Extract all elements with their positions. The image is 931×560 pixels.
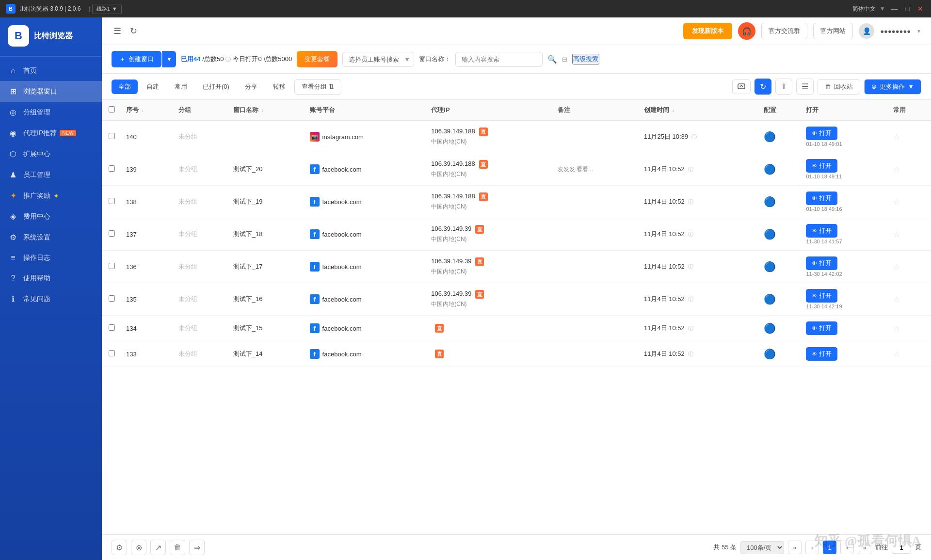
fingerprint-icon[interactable]: 🔵 [764, 164, 776, 175]
prev-page-button[interactable]: ‹ [805, 541, 819, 554]
favorite-button[interactable]: ☆ [893, 132, 900, 142]
sidebar-item-staff[interactable]: ♟ 员工管理 [0, 164, 102, 185]
favorite-button[interactable]: ☆ [893, 230, 900, 239]
created-date: 11月4日 10:52 [644, 295, 685, 303]
search-button[interactable]: 🔍 [547, 55, 557, 64]
user-dropdown-arrow[interactable]: ▼ [916, 29, 921, 34]
tab-transfer[interactable]: 转移 [266, 80, 292, 94]
settings-icon: ⚙ [8, 233, 18, 242]
row-checkbox[interactable] [109, 198, 115, 204]
open-window-button[interactable]: 👁打开 [806, 127, 837, 140]
menu-icon-btn[interactable]: ☰ [112, 24, 123, 38]
refresh-icon-btn[interactable]: ↻ [128, 24, 139, 38]
row-checkbox[interactable] [109, 133, 115, 139]
discover-version-button[interactable]: 发现新版本 [683, 23, 732, 39]
batch-export-button[interactable]: ↗ [150, 540, 166, 555]
tab-shared[interactable]: 分享 [238, 80, 264, 94]
advanced-search-button[interactable]: 高级搜索 [572, 54, 599, 64]
favorite-button[interactable]: ☆ [893, 165, 900, 174]
sidebar-item-faq[interactable]: ℹ 常见问题 [0, 288, 102, 309]
created-sort-icon[interactable]: ↓ [672, 108, 674, 113]
sidebar: B 比特浏览器 ⌂ 首页 ⊞ 浏览器窗口 ◎ 分组管理 ◉ 代理IP推荐 NEW [0, 17, 102, 560]
sidebar-item-billing[interactable]: ◈ 费用中心 [0, 206, 102, 227]
recycle-bin-button[interactable]: 🗑 回收站 [818, 79, 860, 95]
row-common: ☆ [888, 186, 931, 218]
row-checkbox[interactable] [109, 165, 115, 172]
row-id: 135 [121, 283, 174, 316]
open-window-button[interactable]: 👁打开 [806, 289, 837, 303]
website-button[interactable]: 官方网站 [813, 23, 853, 39]
row-checkbox[interactable] [109, 230, 115, 237]
tab-all[interactable]: 全部 [112, 80, 138, 94]
open-window-button[interactable]: 👁打开 [806, 159, 837, 173]
goto-page-input[interactable] [892, 542, 911, 554]
open-window-button[interactable]: 👁打开 [806, 256, 837, 270]
sidebar-item-browser-windows[interactable]: ⊞ 浏览器窗口 [0, 81, 102, 102]
first-page-button[interactable]: « [788, 541, 802, 554]
open-window-button[interactable]: 👁打开 [806, 347, 837, 361]
page-size-select[interactable]: 100条/页 10条/页 20条/页 50条/页 [740, 541, 784, 554]
sidebar-item-help[interactable]: ? 使用帮助 [0, 268, 102, 288]
view-group-button[interactable]: 查看分组 ⇅ [294, 79, 341, 95]
favorite-button[interactable]: ☆ [893, 197, 900, 207]
page-1-button[interactable]: 1 [823, 541, 836, 554]
batch-settings-button[interactable]: ⚙ [112, 540, 127, 555]
minimize-button[interactable]: — [889, 5, 900, 13]
favorite-button[interactable]: ☆ [893, 295, 900, 304]
fingerprint-icon[interactable]: 🔵 [764, 196, 776, 207]
sidebar-item-extensions[interactable]: ⬡ 扩展中心 [0, 144, 102, 164]
favorite-button[interactable]: ☆ [893, 262, 900, 272]
sidebar-item-group-management[interactable]: ◎ 分组管理 [0, 102, 102, 123]
tab-opened[interactable]: 已打开(0) [196, 80, 236, 94]
batch-close-button[interactable]: ⊗ [131, 540, 146, 555]
upgrade-plan-button[interactable]: 变更套餐 [297, 51, 337, 67]
open-window-button[interactable]: 👁打开 [806, 224, 837, 238]
open-window-button[interactable]: 👁打开 [806, 321, 837, 335]
more-operations-button[interactable]: ⊚ 更多操作 ▼ [864, 79, 921, 95]
employee-select[interactable]: 选择员工账号搜索 [342, 52, 414, 67]
row-checkbox[interactable] [109, 350, 115, 356]
list-view-button[interactable]: ☰ [796, 79, 814, 95]
fingerprint-icon[interactable]: 🔵 [764, 261, 776, 272]
fingerprint-icon[interactable]: 🔵 [764, 349, 776, 359]
next-page-button[interactable]: › [840, 541, 854, 554]
fingerprint-icon[interactable]: 🔵 [764, 294, 776, 304]
window-search-input[interactable] [455, 52, 543, 67]
tab-common[interactable]: 常用 [168, 80, 194, 94]
refresh-button[interactable]: ↻ [754, 79, 771, 95]
fingerprint-icon[interactable]: 🔵 [764, 131, 776, 142]
created-info-icon: ⓘ [687, 199, 693, 205]
batch-delete-button[interactable]: 🗑 [170, 540, 185, 555]
batch-open-button[interactable] [732, 80, 751, 94]
favorite-button[interactable]: ☆ [893, 324, 900, 333]
language-selector[interactable]: 简体中文 [852, 5, 876, 13]
line-selector[interactable]: 线路1 ▼ [92, 4, 122, 14]
row-checkbox[interactable] [109, 263, 115, 269]
favorite-button[interactable]: ☆ [893, 350, 900, 359]
create-window-dropdown[interactable]: ▼ [162, 51, 176, 67]
fingerprint-icon[interactable]: 🔵 [764, 229, 776, 240]
create-window-button[interactable]: ＋ 创建窗口 [112, 51, 161, 67]
row-checkbox[interactable] [109, 295, 115, 302]
eye-icon: 👁 [812, 130, 817, 136]
sidebar-item-promotion[interactable]: ✦ 推广奖励 ✦ [0, 185, 102, 206]
sidebar-item-home[interactable]: ⌂ 首页 [0, 61, 102, 81]
select-all-checkbox[interactable] [109, 106, 115, 112]
last-page-button[interactable]: » [858, 541, 871, 554]
sidebar-item-settings[interactable]: ⚙ 系统设置 [0, 227, 102, 248]
id-sort-icon[interactable]: ↓ [142, 108, 144, 113]
sidebar-item-logs[interactable]: ≡ 操作日志 [0, 248, 102, 268]
fingerprint-icon[interactable]: 🔵 [764, 323, 776, 334]
headphone-button[interactable]: 🎧 [738, 22, 755, 40]
platform-name: facebook.com [322, 166, 362, 173]
batch-move-button[interactable]: ⇒ [189, 540, 205, 555]
sidebar-item-proxy-ip[interactable]: ◉ 代理IP推荐 NEW [0, 123, 102, 144]
row-checkbox[interactable] [109, 324, 115, 331]
share-button[interactable]: ⇧ [775, 79, 792, 95]
open-window-button[interactable]: 👁打开 [806, 192, 837, 205]
community-button[interactable]: 官方交流群 [761, 23, 807, 39]
tab-self-created[interactable]: 自建 [140, 80, 166, 94]
name-sort-icon[interactable]: ↓ [261, 108, 263, 113]
maximize-button[interactable]: □ [904, 5, 912, 13]
close-button[interactable]: ✕ [915, 5, 925, 13]
